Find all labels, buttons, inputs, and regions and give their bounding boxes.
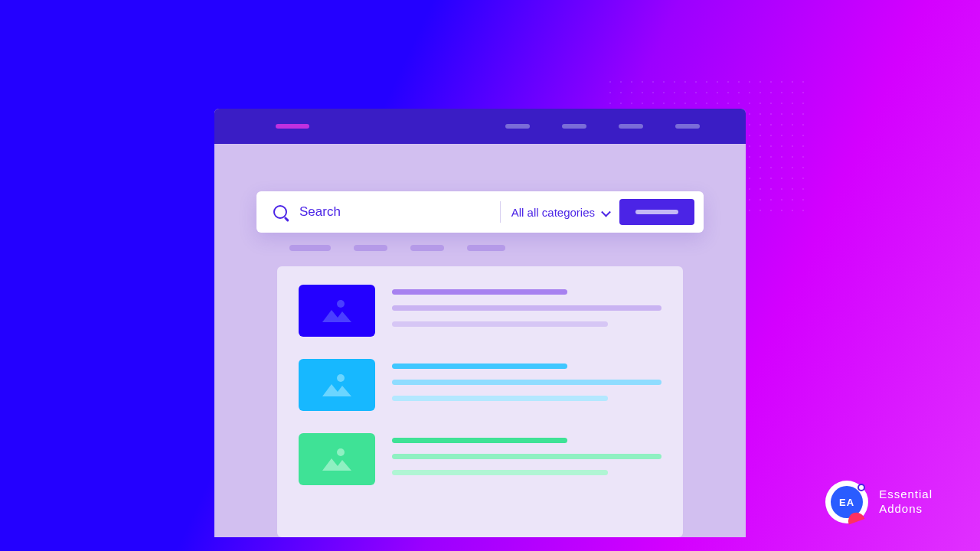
result-line-placeholder (392, 321, 608, 327)
result-item[interactable] (299, 359, 662, 412)
search-input[interactable] (299, 204, 489, 220)
search-icon (273, 205, 287, 219)
mock-browser-window: All all categories (214, 109, 746, 537)
badge-line1: Essential (879, 487, 933, 502)
category-label: All all categories (511, 206, 595, 219)
nav-item[interactable] (562, 124, 586, 129)
badge-dot-icon (858, 484, 865, 491)
result-line-placeholder (392, 454, 662, 459)
result-line-placeholder (392, 305, 662, 311)
result-thumbnail (299, 285, 375, 337)
result-item[interactable] (299, 285, 662, 337)
divider (500, 201, 501, 223)
button-label-placeholder (635, 210, 678, 214)
category-dropdown[interactable]: All all categories (511, 206, 609, 219)
svg-point-0 (337, 300, 345, 308)
filter-tabs (289, 245, 505, 251)
result-item[interactable] (299, 433, 662, 486)
image-icon (319, 370, 354, 399)
image-icon (319, 445, 354, 474)
badge-circle: EA (825, 481, 868, 523)
result-title-placeholder (392, 289, 567, 295)
results-panel (277, 266, 683, 537)
tab-item[interactable] (410, 245, 444, 251)
badge-line2: Addons (879, 502, 933, 517)
tab-item[interactable] (289, 245, 331, 251)
search-submit-button[interactable] (619, 199, 694, 225)
brand-badge: EA Essential Addons (825, 481, 933, 523)
brand-placeholder (276, 124, 309, 129)
nav-item[interactable] (505, 124, 530, 129)
result-line-placeholder (392, 470, 608, 475)
window-titlebar (214, 109, 746, 144)
result-title-placeholder (392, 364, 567, 369)
result-text (392, 359, 662, 412)
svg-point-2 (337, 448, 345, 456)
search-bar: All all categories (256, 191, 704, 233)
svg-point-1 (337, 374, 345, 382)
nav-item[interactable] (619, 124, 643, 129)
badge-text: Essential Addons (879, 487, 933, 517)
nav-links (505, 124, 700, 129)
image-icon (319, 296, 354, 325)
nav-item[interactable] (675, 124, 700, 129)
result-thumbnail (299, 359, 375, 411)
result-title-placeholder (392, 438, 567, 443)
result-thumbnail (299, 433, 375, 485)
result-line-placeholder (392, 396, 608, 401)
result-text (392, 433, 662, 486)
tab-item[interactable] (354, 245, 387, 251)
result-text (392, 285, 662, 337)
tab-item[interactable] (467, 245, 505, 251)
result-line-placeholder (392, 380, 662, 385)
